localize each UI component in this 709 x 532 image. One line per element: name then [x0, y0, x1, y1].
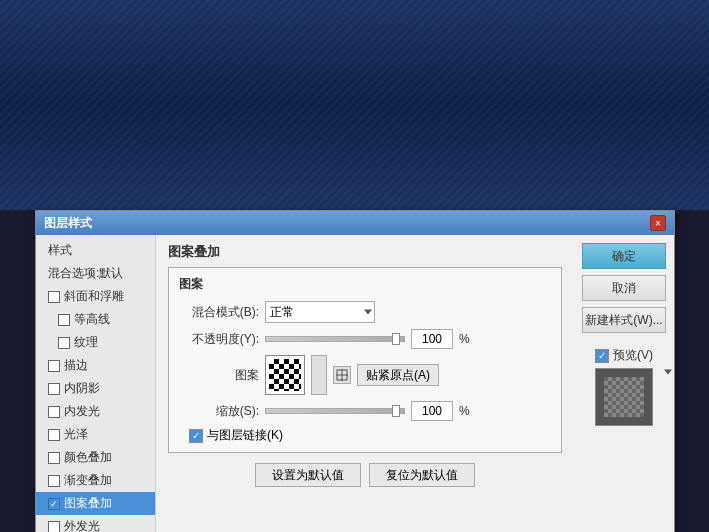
sidebar-item-outerglow[interactable]: 外发光	[36, 515, 155, 532]
canvas-background	[0, 0, 709, 210]
opacity-slider-container: %	[265, 329, 470, 349]
preview-label-text: 预览(V)	[613, 347, 653, 364]
contour-checkbox[interactable]	[58, 314, 70, 326]
bevel-checkbox[interactable]	[48, 291, 60, 303]
preview-box	[595, 368, 653, 426]
sub-section-title: 图案	[179, 276, 551, 293]
reset-default-button[interactable]: 复位为默认值	[369, 463, 475, 487]
sidebar-item-stroke[interactable]: 描边	[36, 354, 155, 377]
sidebar-item-innershadow[interactable]: 内阴影	[36, 377, 155, 400]
patternoverlay-checkbox[interactable]	[48, 498, 60, 510]
sidebar-item-label: 样式	[48, 242, 72, 259]
sidebar-item-blend[interactable]: 混合选项:默认	[36, 262, 155, 285]
dropdown-arrow-icon	[364, 310, 372, 315]
blend-mode-label: 混合模式(B):	[179, 304, 259, 321]
scale-row: 缩放(S): %	[179, 401, 551, 421]
pattern-dropdown-button[interactable]	[311, 355, 327, 395]
scale-slider-container: %	[265, 401, 470, 421]
sidebar-item-style[interactable]: 样式	[36, 239, 155, 262]
sidebar-item-label: 颜色叠加	[64, 449, 112, 466]
snap-icon	[336, 369, 348, 381]
pattern-preview[interactable]	[265, 355, 305, 395]
sidebar-item-texture[interactable]: 纹理	[36, 331, 155, 354]
snap-origin-label: 贴紧原点(A)	[366, 367, 430, 384]
stroke-checkbox[interactable]	[48, 360, 60, 372]
scale-percent: %	[459, 404, 470, 418]
sidebar-item-label: 图案叠加	[64, 495, 112, 512]
preview-label-row: 预览(V)	[595, 347, 653, 364]
dialog-body: 样式 混合选项:默认 斜面和浮雕 等高线 纹理 描边	[36, 235, 674, 532]
sidebar-item-label: 等高线	[74, 311, 110, 328]
sidebar-item-label: 内阴影	[64, 380, 100, 397]
texture-checkbox[interactable]	[58, 337, 70, 349]
opacity-row: 不透明度(Y): %	[179, 329, 551, 349]
sidebar-item-label: 外发光	[64, 518, 100, 532]
dialog-title: 图层样式	[44, 215, 92, 232]
satin-checkbox[interactable]	[48, 429, 60, 441]
sidebar-item-bevel[interactable]: 斜面和浮雕	[36, 285, 155, 308]
sidebar-item-contour[interactable]: 等高线	[36, 308, 155, 331]
dialog-titlebar: 图层样式 ×	[36, 211, 674, 235]
sidebar-item-label: 斜面和浮雕	[64, 288, 124, 305]
sidebar-item-label: 光泽	[64, 426, 88, 443]
bottom-buttons: 设置为默认值 复位为默认值	[168, 463, 562, 487]
snap-icon-button[interactable]	[333, 366, 351, 384]
sidebar-item-coloroverlay[interactable]: 颜色叠加	[36, 446, 155, 469]
pattern-section: 图案 混合模式(B): 正常 不透明度(Y):	[168, 267, 562, 453]
ok-button[interactable]: 确定	[582, 243, 666, 269]
pattern-checkerboard-icon	[269, 359, 301, 391]
coloroverlay-checkbox[interactable]	[48, 452, 60, 464]
innerglow-checkbox[interactable]	[48, 406, 60, 418]
sidebar-item-label: 内发光	[64, 403, 100, 420]
pattern-dropdown-arrow-icon	[664, 370, 672, 375]
pattern-label: 图案	[179, 367, 259, 384]
set-default-button[interactable]: 设置为默认值	[255, 463, 361, 487]
preview-checkbox[interactable]	[595, 349, 609, 363]
blend-mode-value: 正常	[270, 304, 294, 321]
sidebar-item-patternoverlay[interactable]: 图案叠加	[36, 492, 155, 515]
close-icon: ×	[655, 218, 661, 229]
scale-slider-thumb[interactable]	[392, 405, 400, 417]
sidebar-item-gradientoverlay[interactable]: 渐变叠加	[36, 469, 155, 492]
link-checkbox-row: 与图层链接(K)	[189, 427, 551, 444]
main-content: 图案叠加 图案 混合模式(B): 正常 不透明度(Y):	[156, 235, 574, 532]
new-style-button[interactable]: 新建样式(W)...	[582, 307, 666, 333]
opacity-label: 不透明度(Y):	[179, 331, 259, 348]
right-buttons-panel: 确定 取消 新建样式(W)... 预览(V)	[574, 235, 674, 532]
sidebar: 样式 混合选项:默认 斜面和浮雕 等高线 纹理 描边	[36, 235, 156, 532]
outerglow-checkbox[interactable]	[48, 521, 60, 533]
sidebar-item-label: 渐变叠加	[64, 472, 112, 489]
opacity-slider[interactable]	[265, 336, 405, 342]
scale-slider[interactable]	[265, 408, 405, 414]
sidebar-item-label: 描边	[64, 357, 88, 374]
opacity-input[interactable]	[411, 329, 453, 349]
preview-section: 预览(V)	[582, 347, 666, 426]
opacity-percent: %	[459, 332, 470, 346]
layer-style-dialog: 图层样式 × 样式 混合选项:默认 斜面和浮雕 等高线 纹理	[35, 210, 675, 532]
gradientoverlay-checkbox[interactable]	[48, 475, 60, 487]
section-title: 图案叠加	[168, 243, 562, 261]
sidebar-item-label: 纹理	[74, 334, 98, 351]
link-label: 与图层链接(K)	[207, 427, 283, 444]
sidebar-item-satin[interactable]: 光泽	[36, 423, 155, 446]
sidebar-item-innerglow[interactable]: 内发光	[36, 400, 155, 423]
close-button[interactable]: ×	[650, 215, 666, 231]
scale-label: 缩放(S):	[179, 403, 259, 420]
preview-inner-pattern	[604, 377, 644, 417]
blend-mode-dropdown[interactable]: 正常	[265, 301, 375, 323]
cancel-button[interactable]: 取消	[582, 275, 666, 301]
opacity-slider-thumb[interactable]	[392, 333, 400, 345]
link-checkbox[interactable]	[189, 429, 203, 443]
scale-input[interactable]	[411, 401, 453, 421]
innershadow-checkbox[interactable]	[48, 383, 60, 395]
pattern-row: 图案	[179, 355, 551, 395]
snap-origin-button[interactable]: 贴紧原点(A)	[357, 364, 439, 386]
blend-mode-row: 混合模式(B): 正常	[179, 301, 551, 323]
sidebar-item-label: 混合选项:默认	[48, 265, 123, 282]
